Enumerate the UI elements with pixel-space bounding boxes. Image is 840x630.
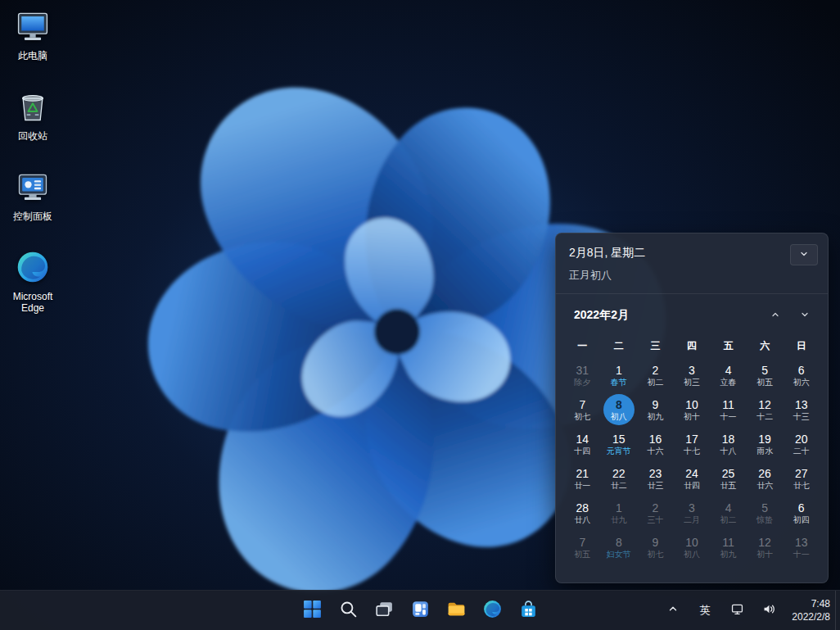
task-view-button[interactable] xyxy=(368,594,400,627)
day-number: 11 xyxy=(722,536,734,549)
desktop-icon-recycle-bin[interactable]: 回收站 xyxy=(2,88,64,142)
calendar-day[interactable]: 7初五 xyxy=(564,530,601,564)
day-number: 3 xyxy=(689,501,695,514)
day-lunar-label: 初五 xyxy=(756,378,773,388)
calendar-day[interactable]: 26廿六 xyxy=(747,461,784,496)
day-number: 11 xyxy=(722,398,734,411)
clock-button[interactable]: 7:48 2022/2/8 xyxy=(785,597,837,623)
calendar-day[interactable]: 19雨水 xyxy=(747,427,784,461)
desktop-icon-microsoft-edge[interactable]: Microsoft Edge xyxy=(2,249,64,314)
calendar-day[interactable]: 11十一 xyxy=(710,392,747,427)
widgets-button[interactable] xyxy=(404,594,436,627)
day-lunar-label: 二月 xyxy=(684,515,700,525)
calendar-day[interactable]: 6初六 xyxy=(783,358,820,392)
weekday-label: 六 xyxy=(747,335,784,356)
widgets-icon xyxy=(410,599,431,623)
desktop-icon-label: 控制面板 xyxy=(13,211,52,222)
day-lunar-label: 立春 xyxy=(720,378,737,388)
calendar-day[interactable]: 11初九 xyxy=(710,530,747,564)
day-lunar-label: 廿二 xyxy=(611,481,627,491)
network-button[interactable] xyxy=(721,595,752,626)
calendar-day[interactable]: 10初八 xyxy=(674,530,711,564)
ime-language-button[interactable]: 英 xyxy=(689,595,720,626)
file-explorer-button[interactable] xyxy=(440,594,472,627)
calendar-day[interactable]: 12十二 xyxy=(747,392,784,427)
day-lunar-label: 元宵节 xyxy=(607,446,631,456)
taskbar-center-icons xyxy=(296,594,544,627)
calendar-day[interactable]: 15元宵节 xyxy=(601,427,638,461)
calendar-month-label[interactable]: 2022年2月 xyxy=(574,308,761,323)
calendar-day[interactable]: 4初二 xyxy=(710,496,747,530)
edge-button[interactable] xyxy=(476,594,508,627)
calendar-day[interactable]: 14十四 xyxy=(564,427,601,461)
calendar-day[interactable]: 9初七 xyxy=(637,530,674,564)
calendar-day[interactable]: 23廿三 xyxy=(637,461,674,496)
day-number: 12 xyxy=(758,398,771,411)
calendar-day[interactable]: 1春节 xyxy=(601,358,638,392)
calendar-prev-month-button[interactable] xyxy=(761,304,790,327)
desktop-icon-label: 回收站 xyxy=(18,130,47,142)
day-number: 18 xyxy=(722,433,735,446)
tray-overflow-button[interactable] xyxy=(657,595,689,626)
calendar-day[interactable]: 13十三 xyxy=(783,392,820,427)
day-number: 21 xyxy=(576,467,589,480)
desktop-icon-control-panel[interactable]: 控制面板 xyxy=(2,169,64,222)
calendar-day[interactable]: 27廿七 xyxy=(783,461,820,496)
day-number: 6 xyxy=(798,364,805,377)
day-lunar-label: 十一 xyxy=(793,550,810,560)
day-number: 20 xyxy=(795,433,808,446)
day-lunar-label: 十一 xyxy=(720,412,737,422)
calendar-day[interactable]: 17十七 xyxy=(674,427,711,461)
calendar-header: 2月8日, 星期二 正月初八 xyxy=(556,233,828,294)
file-explorer-icon xyxy=(446,599,467,623)
day-lunar-label: 初十 xyxy=(684,412,700,422)
calendar-day[interactable]: 16十六 xyxy=(637,427,674,461)
day-lunar-label: 初十 xyxy=(756,550,773,560)
start-icon xyxy=(302,599,323,623)
calendar-day[interactable]: 22廿二 xyxy=(601,461,638,496)
calendar-day[interactable]: 21廿一 xyxy=(564,461,601,496)
calendar-day[interactable]: 2初二 xyxy=(637,358,674,392)
weekday-label: 一 xyxy=(564,335,601,356)
start-button[interactable] xyxy=(296,594,328,627)
calendar-day[interactable]: 5初五 xyxy=(747,358,784,392)
calendar-day[interactable]: 3二月 xyxy=(674,496,711,530)
calendar-collapse-button[interactable] xyxy=(790,244,818,265)
search-button[interactable] xyxy=(332,594,364,627)
calendar-day[interactable]: 8妇女节 xyxy=(601,530,638,564)
day-number: 4 xyxy=(725,364,732,377)
calendar-next-month-button[interactable] xyxy=(790,304,820,327)
calendar-day[interactable]: 7初七 xyxy=(564,392,601,427)
calendar-day[interactable]: 6初四 xyxy=(783,496,820,530)
day-lunar-label: 廿一 xyxy=(574,481,590,491)
day-number: 8 xyxy=(616,536,622,549)
calendar-day[interactable]: 4立春 xyxy=(710,358,747,392)
day-lunar-label: 廿五 xyxy=(720,481,737,491)
day-number: 12 xyxy=(758,536,771,549)
clock-time: 7:48 xyxy=(792,597,830,610)
calendar-day[interactable]: 24廿四 xyxy=(674,461,711,496)
calendar-day[interactable]: 28廿八 xyxy=(564,496,601,530)
calendar-day[interactable]: 9初九 xyxy=(637,392,674,427)
calendar-day-today[interactable]: 8初八 xyxy=(601,392,638,427)
calendar-day[interactable]: 13十一 xyxy=(783,530,820,564)
day-lunar-label: 惊蛰 xyxy=(756,515,773,525)
weekday-label: 五 xyxy=(710,335,747,356)
calendar-day[interactable]: 31除夕 xyxy=(564,358,601,392)
day-number: 25 xyxy=(722,467,735,480)
desktop-icon-this-pc[interactable]: 此电脑 xyxy=(2,8,64,61)
show-desktop-button[interactable] xyxy=(835,591,840,630)
day-lunar-label: 初三 xyxy=(684,378,700,388)
calendar-day[interactable]: 10初十 xyxy=(674,392,711,427)
calendar-day[interactable]: 3初三 xyxy=(674,358,711,392)
calendar-day[interactable]: 12初十 xyxy=(747,530,784,564)
store-button[interactable] xyxy=(512,594,544,627)
calendar-day[interactable]: 1廿九 xyxy=(601,496,638,530)
calendar-day[interactable]: 25廿五 xyxy=(710,461,747,496)
calendar-day[interactable]: 5惊蛰 xyxy=(747,496,784,530)
calendar-day[interactable]: 20二十 xyxy=(783,427,820,461)
calendar-day[interactable]: 2三十 xyxy=(637,496,674,530)
volume-button[interactable] xyxy=(753,595,784,626)
calendar-day[interactable]: 18十八 xyxy=(710,427,747,461)
clock-date: 2022/2/8 xyxy=(792,610,830,623)
